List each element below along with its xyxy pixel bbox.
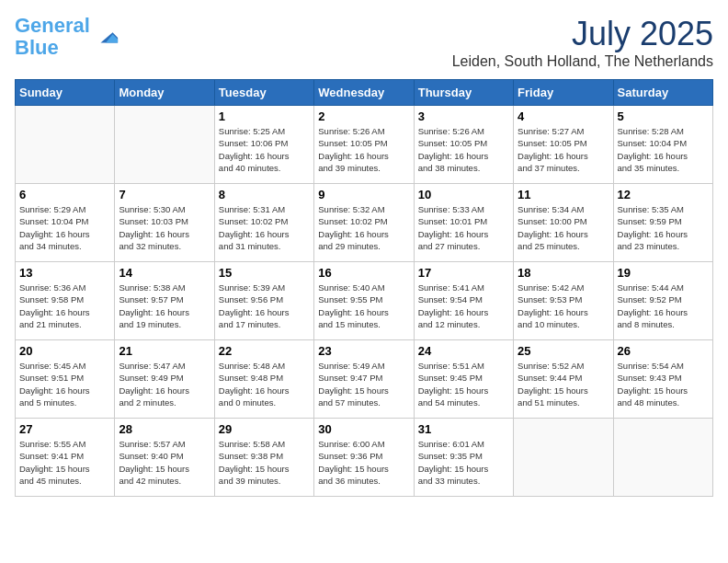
day-number: 9 [318, 188, 409, 201]
day-number: 14 [119, 266, 210, 280]
calendar-cell: 12Sunrise: 5:35 AM Sunset: 9:59 PM Dayli… [613, 184, 712, 262]
cell-info: Sunrise: 5:40 AM Sunset: 9:55 PM Dayligh… [318, 282, 409, 330]
calendar-header-friday: Friday [514, 80, 613, 106]
calendar-cell [115, 106, 214, 184]
day-number: 8 [219, 188, 310, 201]
day-number: 19 [618, 266, 709, 280]
calendar-header-thursday: Thursday [414, 80, 513, 106]
calendar-cell: 10Sunrise: 5:33 AM Sunset: 10:01 PM Dayl… [414, 184, 513, 262]
day-number: 18 [518, 266, 609, 280]
logo: General Blue [15, 15, 119, 59]
cell-info: Sunrise: 5:51 AM Sunset: 9:45 PM Dayligh… [418, 360, 509, 408]
cell-info: Sunrise: 5:26 AM Sunset: 10:05 PM Daylig… [318, 125, 409, 174]
cell-info: Sunrise: 5:35 AM Sunset: 9:59 PM Dayligh… [618, 203, 709, 252]
calendar-header-saturday: Saturday [613, 80, 712, 106]
cell-info: Sunrise: 5:58 AM Sunset: 9:38 PM Dayligh… [219, 438, 310, 487]
calendar-cell [613, 419, 712, 497]
calendar-cell: 1Sunrise: 5:25 AM Sunset: 10:06 PM Dayli… [214, 106, 313, 184]
location-subtitle: Leiden, South Holland, The Netherlands [452, 53, 713, 70]
cell-info: Sunrise: 5:44 AM Sunset: 9:52 PM Dayligh… [618, 282, 709, 330]
month-year-title: July 2025 [452, 15, 713, 53]
day-number: 2 [318, 109, 409, 123]
day-number: 28 [119, 422, 210, 436]
day-number: 3 [418, 109, 509, 123]
day-number: 30 [318, 422, 409, 436]
cell-info: Sunrise: 5:31 AM Sunset: 10:02 PM Daylig… [219, 203, 310, 252]
calendar-cell: 15Sunrise: 5:39 AM Sunset: 9:56 PM Dayli… [214, 262, 313, 340]
calendar-cell: 27Sunrise: 5:55 AM Sunset: 9:41 PM Dayli… [16, 419, 115, 497]
calendar-header-monday: Monday [115, 80, 214, 106]
calendar-cell: 29Sunrise: 5:58 AM Sunset: 9:38 PM Dayli… [214, 419, 313, 497]
cell-info: Sunrise: 5:34 AM Sunset: 10:00 PM Daylig… [518, 203, 609, 252]
cell-info: Sunrise: 6:00 AM Sunset: 9:36 PM Dayligh… [318, 438, 409, 487]
cell-info: Sunrise: 5:29 AM Sunset: 10:04 PM Daylig… [19, 203, 110, 252]
day-number: 21 [119, 344, 210, 358]
day-number: 7 [119, 188, 210, 201]
day-number: 4 [518, 109, 609, 123]
cell-info: Sunrise: 5:39 AM Sunset: 9:56 PM Dayligh… [219, 282, 310, 330]
calendar-cell: 2Sunrise: 5:26 AM Sunset: 10:05 PM Dayli… [314, 106, 414, 184]
day-number: 20 [19, 344, 110, 358]
calendar-header-sunday: Sunday [16, 80, 115, 106]
cell-info: Sunrise: 5:26 AM Sunset: 10:05 PM Daylig… [418, 125, 509, 174]
day-number: 27 [19, 422, 110, 436]
cell-info: Sunrise: 5:36 AM Sunset: 9:58 PM Dayligh… [19, 282, 110, 330]
day-number: 17 [418, 266, 509, 280]
calendar-cell: 14Sunrise: 5:38 AM Sunset: 9:57 PM Dayli… [115, 262, 214, 340]
calendar-cell: 6Sunrise: 5:29 AM Sunset: 10:04 PM Dayli… [16, 184, 115, 262]
calendar-cell: 22Sunrise: 5:48 AM Sunset: 9:48 PM Dayli… [214, 340, 313, 419]
cell-info: Sunrise: 5:42 AM Sunset: 9:53 PM Dayligh… [518, 282, 609, 330]
calendar-cell: 23Sunrise: 5:49 AM Sunset: 9:47 PM Dayli… [314, 340, 414, 419]
cell-info: Sunrise: 5:41 AM Sunset: 9:54 PM Dayligh… [418, 282, 509, 330]
cell-info: Sunrise: 5:38 AM Sunset: 9:57 PM Dayligh… [119, 282, 210, 330]
week-row-1: 1Sunrise: 5:25 AM Sunset: 10:06 PM Dayli… [16, 106, 713, 184]
day-number: 6 [19, 188, 110, 201]
day-number: 26 [618, 344, 709, 358]
cell-info: Sunrise: 5:33 AM Sunset: 10:01 PM Daylig… [418, 203, 509, 252]
cell-info: Sunrise: 5:55 AM Sunset: 9:41 PM Dayligh… [19, 438, 110, 487]
day-number: 15 [219, 266, 310, 280]
week-row-2: 6Sunrise: 5:29 AM Sunset: 10:04 PM Dayli… [16, 184, 713, 262]
cell-info: Sunrise: 5:57 AM Sunset: 9:40 PM Dayligh… [119, 438, 210, 487]
calendar-header-tuesday: Tuesday [214, 80, 313, 106]
calendar-cell: 28Sunrise: 5:57 AM Sunset: 9:40 PM Dayli… [115, 419, 214, 497]
calendar-cell: 30Sunrise: 6:00 AM Sunset: 9:36 PM Dayli… [314, 419, 414, 497]
calendar-cell: 31Sunrise: 6:01 AM Sunset: 9:35 PM Dayli… [414, 419, 513, 497]
calendar-cell: 5Sunrise: 5:28 AM Sunset: 10:04 PM Dayli… [613, 106, 712, 184]
week-row-5: 27Sunrise: 5:55 AM Sunset: 9:41 PM Dayli… [16, 419, 713, 497]
cell-info: Sunrise: 5:45 AM Sunset: 9:51 PM Dayligh… [19, 360, 110, 408]
day-number: 13 [19, 266, 110, 280]
cell-info: Sunrise: 6:01 AM Sunset: 9:35 PM Dayligh… [418, 438, 509, 487]
day-number: 10 [418, 188, 509, 201]
calendar-cell [514, 419, 613, 497]
calendar-cell: 19Sunrise: 5:44 AM Sunset: 9:52 PM Dayli… [613, 262, 712, 340]
day-number: 5 [618, 109, 709, 123]
day-number: 25 [518, 344, 609, 358]
day-number: 22 [219, 344, 310, 358]
cell-info: Sunrise: 5:30 AM Sunset: 10:03 PM Daylig… [119, 203, 210, 252]
day-number: 23 [318, 344, 409, 358]
calendar-cell: 4Sunrise: 5:27 AM Sunset: 10:05 PM Dayli… [514, 106, 613, 184]
cell-info: Sunrise: 5:25 AM Sunset: 10:06 PM Daylig… [219, 125, 310, 174]
calendar-cell: 24Sunrise: 5:51 AM Sunset: 9:45 PM Dayli… [414, 340, 513, 419]
calendar-table: SundayMondayTuesdayWednesdayThursdayFrid… [15, 79, 713, 497]
cell-info: Sunrise: 5:54 AM Sunset: 9:43 PM Dayligh… [618, 360, 709, 408]
day-number: 1 [219, 109, 310, 123]
calendar-cell: 8Sunrise: 5:31 AM Sunset: 10:02 PM Dayli… [214, 184, 313, 262]
day-number: 24 [418, 344, 509, 358]
day-number: 31 [418, 422, 509, 436]
day-number: 12 [618, 188, 709, 201]
logo-icon [94, 24, 119, 50]
calendar-cell: 17Sunrise: 5:41 AM Sunset: 9:54 PM Dayli… [414, 262, 513, 340]
calendar-cell: 3Sunrise: 5:26 AM Sunset: 10:05 PM Dayli… [414, 106, 513, 184]
cell-info: Sunrise: 5:32 AM Sunset: 10:02 PM Daylig… [318, 203, 409, 252]
calendar-header-wednesday: Wednesday [314, 80, 414, 106]
calendar-cell: 11Sunrise: 5:34 AM Sunset: 10:00 PM Dayl… [514, 184, 613, 262]
calendar-cell: 16Sunrise: 5:40 AM Sunset: 9:55 PM Dayli… [314, 262, 414, 340]
day-number: 29 [219, 422, 310, 436]
day-number: 11 [518, 188, 609, 201]
page-header: General Blue July 2025 Leiden, South Hol… [15, 15, 713, 70]
calendar-cell: 13Sunrise: 5:36 AM Sunset: 9:58 PM Dayli… [16, 262, 115, 340]
cell-info: Sunrise: 5:52 AM Sunset: 9:44 PM Dayligh… [518, 360, 609, 408]
cell-info: Sunrise: 5:28 AM Sunset: 10:04 PM Daylig… [618, 125, 709, 174]
